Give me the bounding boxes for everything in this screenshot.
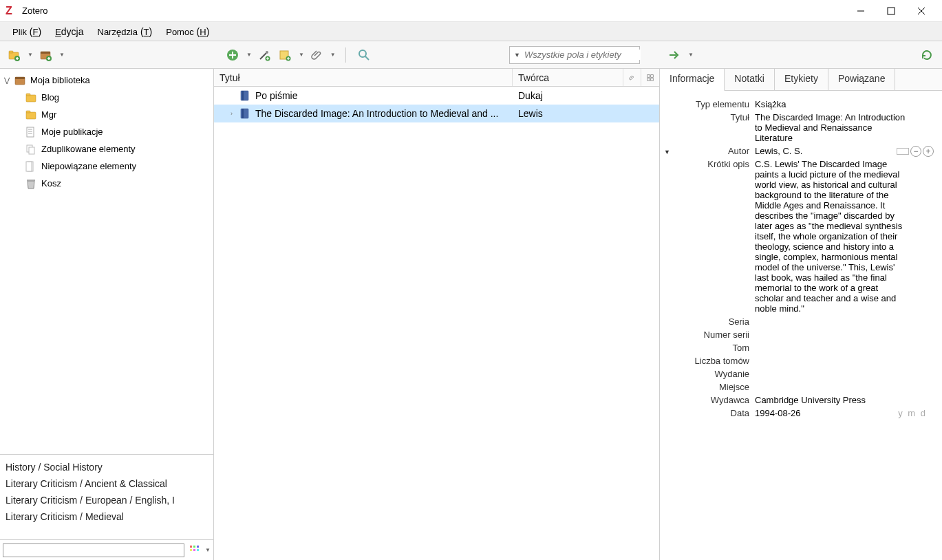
svg-rect-39 (29, 147, 34, 154)
search-field[interactable]: ▼ (509, 46, 640, 64)
field-value-volume[interactable] (755, 343, 936, 353)
window-title: Zotero (22, 6, 853, 16)
tag-item[interactable]: History / Social History (6, 459, 208, 475)
field-label-author[interactable]: Autor (665, 146, 755, 156)
tag-filter-input[interactable] (3, 543, 184, 557)
add-by-identifier-button[interactable] (256, 47, 272, 63)
tab-notes[interactable]: Notatki (725, 69, 775, 90)
field-value-title[interactable]: The Discarded Image: An Introduction to … (755, 112, 936, 143)
field-value-series-num[interactable] (755, 330, 936, 340)
minimize-button[interactable] (853, 3, 869, 19)
date-format-hint: y m d (898, 408, 927, 418)
item-details: Informacje Notatki Etykiety Powiązane Ty… (660, 69, 942, 560)
library-icon (14, 74, 26, 87)
field-label-series: Seria (665, 316, 755, 327)
new-item-button[interactable] (224, 47, 241, 63)
dropdown-arrow-icon[interactable]: ▼ (330, 52, 336, 58)
sidebar-item-publications[interactable]: Moje publikacje (0, 123, 213, 140)
column-attachment[interactable] (623, 69, 641, 86)
sidebar-item-trash[interactable]: Kosz (0, 175, 213, 192)
new-collection-button[interactable] (6, 47, 22, 63)
field-value-abstract[interactable]: C.S. Lewis' The Discarded Image paints a… (755, 159, 936, 314)
menu-file[interactable]: Plik (F) (6, 23, 48, 40)
tab-tags[interactable]: Etykiety (775, 69, 828, 90)
svg-rect-32 (26, 112, 36, 119)
sidebar-item-mgr[interactable]: Mgr (0, 106, 213, 123)
field-label-place: Miejsce (665, 382, 755, 392)
tag-item[interactable]: Literary Criticism / European / English,… (6, 492, 208, 508)
dropdown-arrow-icon[interactable]: ▼ (246, 52, 252, 58)
menu-help[interactable]: Pomoc (H) (159, 23, 216, 40)
chevron-down-icon[interactable]: ⋁ (4, 76, 14, 84)
titlebar: Z Zotero (0, 0, 942, 22)
svg-rect-1 (888, 8, 895, 14)
add-attachment-button[interactable] (308, 47, 325, 63)
remove-creator-button[interactable]: − (910, 146, 921, 157)
locate-button[interactable] (666, 47, 683, 63)
sidebar-item-blog[interactable]: Blog (0, 89, 213, 106)
field-value-edition[interactable] (755, 369, 936, 379)
column-creator[interactable]: Twórca (513, 69, 623, 86)
duplicates-icon (25, 143, 37, 155)
book-icon (239, 107, 251, 120)
add-creator-button[interactable]: + (923, 146, 934, 157)
field-label-abstract: Krótki opis (665, 159, 755, 314)
svg-rect-50 (651, 74, 654, 77)
dropdown-arrow-icon[interactable]: ▼ (205, 547, 211, 553)
library-root[interactable]: ⋁ Moja biblioteka (0, 72, 213, 89)
close-button[interactable] (913, 3, 930, 19)
dropdown-arrow-icon[interactable]: ▼ (299, 52, 304, 58)
dropdown-arrow-icon[interactable]: ▼ (28, 52, 33, 58)
library-tree: ⋁ Moja biblioteka Blog Mgr Moje publikac… (0, 69, 213, 454)
maximize-button[interactable] (883, 3, 899, 19)
svg-rect-55 (241, 109, 248, 118)
list-header: Tytuł Twórca (214, 69, 659, 87)
chevron-right-icon[interactable]: › (231, 110, 239, 117)
tab-related[interactable]: Powiązane (828, 69, 896, 90)
field-value-num-volumes[interactable] (755, 356, 936, 366)
field-value-publisher[interactable]: Cambridge University Press (755, 395, 936, 405)
item-title: The Discarded Image: An Introduction to … (255, 108, 498, 119)
creator-mode-toggle[interactable] (897, 148, 909, 155)
new-note-button[interactable] (277, 47, 293, 63)
list-row[interactable]: › The Discarded Image: An Introduction t… (214, 105, 659, 122)
menubar: Plik (F) EEdycjadycja Narzędzia (T) Pomo… (0, 22, 942, 41)
unfiled-icon (25, 160, 37, 173)
document-icon (25, 126, 37, 138)
field-value-type[interactable]: Książka (755, 99, 936, 109)
advanced-search-button[interactable] (356, 47, 372, 63)
svg-rect-29 (15, 77, 25, 79)
field-value-place[interactable] (755, 382, 936, 392)
tag-item[interactable]: Literary Criticism / Medieval (6, 508, 208, 525)
field-value-series[interactable] (755, 316, 936, 327)
sidebar-item-duplicates[interactable]: Zduplikowane elementy (0, 140, 213, 158)
field-label-date: Data (665, 408, 755, 418)
svg-rect-49 (647, 74, 650, 77)
menu-tools[interactable]: Narzędzia (T) (91, 23, 160, 40)
search-mode-dropdown[interactable]: ▼ (514, 52, 520, 58)
svg-rect-51 (647, 78, 650, 80)
column-title[interactable]: Tytuł (214, 69, 513, 86)
detail-tabs: Informacje Notatki Etykiety Powiązane (660, 69, 942, 91)
sidebar-item-unfiled[interactable]: Niepowiązane elementy (0, 158, 213, 175)
tag-item[interactable]: Literary Criticism / Ancient & Classical (6, 475, 208, 492)
menu-edit[interactable]: EEdycjadycja (48, 23, 90, 40)
field-label-series-num: Numer serii (665, 330, 755, 340)
list-row[interactable]: Po piśmie Dukaj (214, 87, 659, 105)
chevron-down-icon[interactable]: ▼ (664, 149, 670, 155)
field-label-title: Tytuł (665, 112, 755, 143)
dropdown-arrow-icon[interactable]: ▼ (59, 52, 65, 58)
dropdown-arrow-icon[interactable]: ▼ (688, 52, 694, 58)
tag-color-menu[interactable] (187, 543, 202, 558)
sidebar: ⋁ Moja biblioteka Blog Mgr Moje publikac… (0, 69, 214, 560)
search-input[interactable] (524, 50, 641, 60)
svg-rect-45 (197, 546, 199, 548)
toolbar: ▼ ▼ ▼ ▼ ▼ ▼ ▼ (0, 41, 942, 69)
svg-rect-46 (190, 549, 192, 551)
svg-rect-44 (193, 546, 195, 548)
tab-info[interactable]: Informacje (660, 69, 725, 91)
tag-list[interactable]: History / Social History Literary Critic… (0, 455, 213, 539)
new-library-button[interactable] (37, 47, 54, 63)
column-picker[interactable] (641, 69, 659, 86)
sync-button[interactable] (919, 47, 935, 63)
